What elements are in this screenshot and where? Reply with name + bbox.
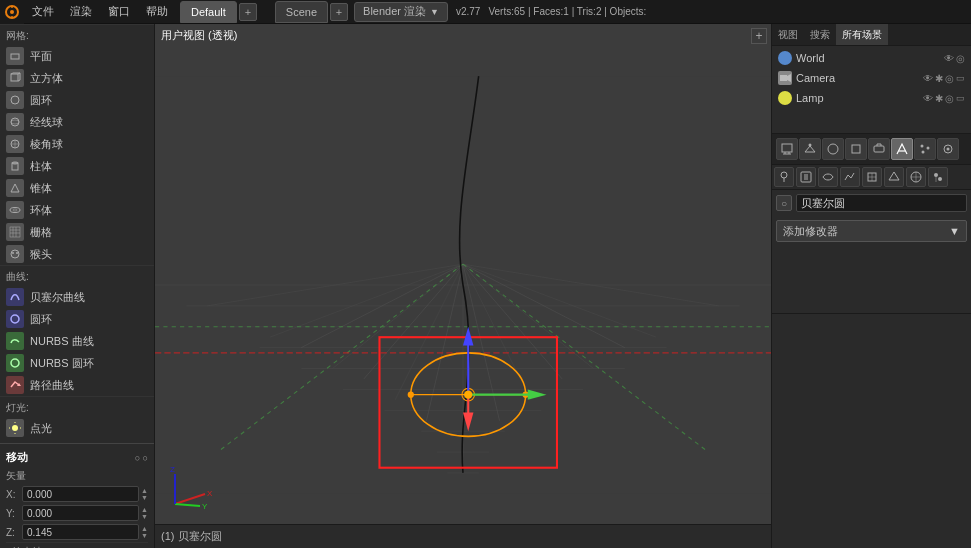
modifier-add-button[interactable]: 添加修改器 ▼ [776,220,967,242]
menu-help[interactable]: 帮助 [138,0,176,24]
svg-text:Z: Z [170,465,175,474]
modifier-add-dropdown-icon: ▼ [949,225,960,237]
svg-point-104 [781,172,787,178]
tool-bezier-curve-label: 贝塞尔曲线 [30,290,85,305]
prop-subtab-8[interactable] [928,167,948,187]
y-value[interactable]: 0.000 [22,505,139,521]
tool-uvsphere[interactable]: 经线球 [0,111,154,133]
viewport-status: (1) 贝塞尔圆 [161,529,222,544]
camera-cursor-icon[interactable]: ✱ [935,73,943,84]
lamp-eye-icon[interactable]: 👁 [923,93,933,104]
prop-subtab-5[interactable] [862,167,882,187]
world-render-icon[interactable]: ◎ [956,53,965,64]
tool-grid[interactable]: 栅格 [0,221,154,243]
monkey-icon [6,245,24,263]
outliner-lamp[interactable]: Lamp 👁 ✱ ◎ ▭ [774,88,969,108]
prop-subtab-3[interactable] [818,167,838,187]
svg-rect-5 [11,74,18,81]
svg-point-94 [809,144,812,147]
x-up-arrow[interactable]: ▲ [141,487,148,494]
tool-cone[interactable]: 锥体 [0,177,154,199]
left-tool-panel: 网格: 平面 立方体 圆环 [0,24,155,548]
prop-tab-constraints[interactable] [868,138,890,160]
svg-point-103 [947,148,950,151]
tool-plane[interactable]: 平面 [0,45,154,67]
object-type-icon[interactable]: ○ [776,195,792,211]
prop-subtab-7[interactable] [906,167,926,187]
viewport-3d[interactable]: 用户视图 (透视) + [155,24,771,548]
prop-subtab-1[interactable] [774,167,794,187]
cone-icon [6,179,24,197]
tool-monkey[interactable]: 猴头 [0,243,154,265]
scene-tab-scene[interactable]: Scene [275,1,328,23]
tool-bezier-curve[interactable]: 贝塞尔曲线 [0,286,154,308]
prop-tab-object[interactable] [845,138,867,160]
camera-eye-icon[interactable]: 👁 [923,73,933,84]
svg-rect-88 [780,75,787,81]
z-up-arrow[interactable]: ▲ [141,525,148,532]
svg-point-28 [12,252,14,254]
viewport-label: 用户视图 (透视) [161,28,237,43]
lamp-render-icon[interactable]: ◎ [945,93,954,104]
scene-tab-add[interactable]: + [330,3,348,21]
transform-title: 移动 [6,450,28,465]
prop-tab-modifier[interactable] [891,138,913,160]
outliner-list: World 👁 ◎ Camera 👁 ✱ ◎ [772,46,971,110]
prop-subtab-4[interactable] [840,167,860,187]
tool-nurbs-curve[interactable]: NURBS 曲线 [0,330,154,352]
tool-icosphere[interactable]: 棱角球 [0,133,154,155]
torus-icon [6,201,24,219]
prop-tab-render[interactable] [776,138,798,160]
tool-torus[interactable]: 环体 [0,199,154,221]
viewport-grid [155,46,771,524]
workspace-tabs: Default + [180,1,257,23]
prop-tab-scene[interactable] [799,138,821,160]
prop-tab-particles[interactable] [914,138,936,160]
tool-cylinder[interactable]: 柱体 [0,155,154,177]
tool-curve-circle[interactable]: 圆环 [0,308,154,330]
tool-curve-circle-label: 圆环 [30,312,52,327]
tool-circle[interactable]: 圆环 [0,89,154,111]
outliner-camera[interactable]: Camera 👁 ✱ ◎ ▭ [774,68,969,88]
constraint-label: 约束轴 [6,542,148,548]
tool-nurbs-curve-label: NURBS 曲线 [30,334,94,349]
workspace-tab-add[interactable]: + [239,3,257,21]
workspace-tab-default[interactable]: Default [180,1,237,23]
camera-render-icon[interactable]: ◎ [945,73,954,84]
tab-search[interactable]: 搜索 [804,24,836,45]
tool-cube[interactable]: 立方体 [0,67,154,89]
svg-marker-19 [11,184,19,192]
x-down-arrow[interactable]: ▼ [141,494,148,501]
x-value[interactable]: 0.000 [22,486,139,502]
outliner-world[interactable]: World 👁 ◎ [774,48,969,68]
z-down-arrow[interactable]: ▼ [141,532,148,539]
prop-tab-physics[interactable] [937,138,959,160]
render-engine-selector[interactable]: Blender 渲染 ▼ [354,2,448,22]
lamp-cursor-icon[interactable]: ✱ [935,93,943,104]
world-eye-icon[interactable]: 👁 [944,53,954,64]
prop-subtab-2[interactable] [796,167,816,187]
camera-controls: 👁 ✱ ◎ ▭ [923,73,965,84]
object-name-field[interactable]: 贝塞尔圆 [796,194,967,212]
tab-view[interactable]: 视图 [772,24,804,45]
tool-nurbs-circle[interactable]: NURBS 圆环 [0,352,154,374]
prop-subtab-6[interactable] [884,167,904,187]
viewport-add-btn[interactable]: + [751,28,767,44]
prop-tab-world[interactable] [822,138,844,160]
grid-icon [6,223,24,241]
right-panel: 视图 搜索 所有场景 World 👁 ◎ [771,24,971,548]
menu-window[interactable]: 窗口 [100,0,138,24]
tool-point-light[interactable]: 点光 [0,417,154,439]
z-value[interactable]: 0.145 [22,524,139,540]
y-down-arrow[interactable]: ▼ [141,513,148,520]
tool-icosphere-label: 棱角球 [30,137,63,152]
point-light-icon [6,419,24,437]
tab-all-scenes[interactable]: 所有场景 [836,24,888,45]
menu-render[interactable]: 渲染 [62,0,100,24]
tool-path-curve[interactable]: 路径曲线 [0,374,154,396]
y-up-arrow[interactable]: ▲ [141,506,148,513]
menu-file[interactable]: 文件 [24,0,62,24]
blender-icon[interactable] [0,0,24,24]
svg-text:X: X [207,489,213,498]
y-axis-label: Y: [6,508,22,519]
